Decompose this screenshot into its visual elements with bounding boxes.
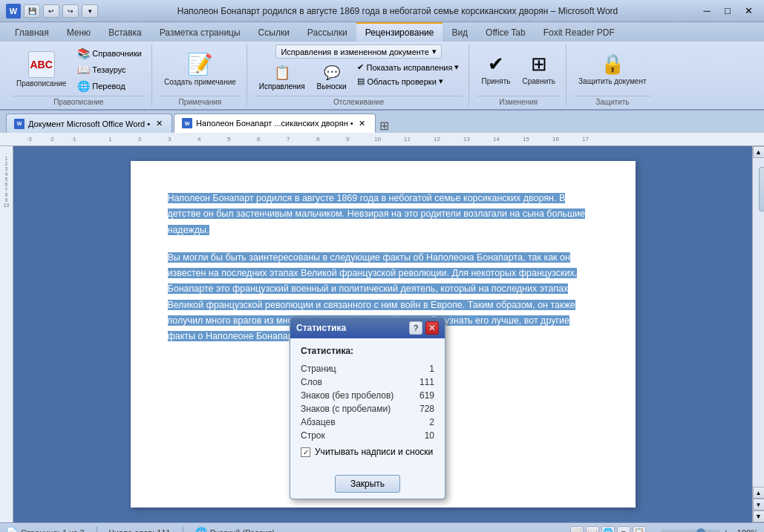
- doc-tab-0[interactable]: W Документ Microsoft Office Word • ✕: [6, 114, 172, 133]
- doc-tab-label-1: Наполеон Бонапарт ...сиканских дворян •: [196, 119, 353, 128]
- stat-row-strok: Строк 10: [301, 429, 434, 442]
- quick-redo-btn[interactable]: ↪: [62, 4, 79, 18]
- oblast-arrow: ▾: [439, 76, 443, 86]
- doc-tab-icon-1: W: [182, 118, 192, 128]
- ispravleniya-icon: 📋: [274, 65, 290, 81]
- btn-prinyat[interactable]: ✔ Принять: [477, 47, 515, 92]
- dialog-close-btn[interactable]: Закрыть: [335, 475, 400, 493]
- tab-foxit[interactable]: Foxit Reader PDF: [535, 22, 624, 42]
- ribbon-content: ABC Правописание 📚 Справочники 📖 Тезауру…: [0, 42, 764, 109]
- zoom-minus-btn[interactable]: −: [652, 527, 658, 533]
- stat-value-stranits: 1: [429, 364, 434, 374]
- tab-glavnaya[interactable]: Главная: [6, 22, 58, 42]
- doc-tab-1[interactable]: W Наполеон Бонапарт ...сиканских дворян …: [174, 114, 376, 133]
- dialog-content: Статистика: Страниц 1 Слов 111 Знаков (б…: [290, 338, 445, 469]
- status-bar: 📄 Страница: 1 из 3 Число слов: 111 🌐 Рус…: [0, 522, 764, 532]
- btn-pokazat-ispravleniya[interactable]: ✔ Показать исправления ▾: [353, 61, 463, 73]
- btn-vynoски-label: Выноски: [317, 82, 347, 91]
- stat-label-abzatsev: Абзацев: [301, 417, 336, 427]
- oblast-icon: ▤: [357, 76, 365, 86]
- prinyat-icon: ✔: [488, 53, 504, 76]
- ribbon-group-izmeneniya: ✔ Принять ⊞ Сравнить Изменения: [471, 45, 567, 106]
- app-icon: W: [6, 4, 21, 19]
- dialog-checkbox-label: Учитывать надписи и сноски: [315, 447, 433, 457]
- tab-rassylki[interactable]: Рассылки: [298, 22, 356, 42]
- tab-menu[interactable]: Меню: [58, 22, 99, 42]
- maximize-button[interactable]: □: [718, 4, 737, 19]
- quick-dropdown-btn[interactable]: ▾: [82, 4, 98, 18]
- window-title: Наполеон Бонапарт родился в августе 1869…: [98, 6, 697, 16]
- zoom-thumb[interactable]: [696, 528, 705, 533]
- dialog-checkbox-row[interactable]: Учитывать надписи и сноски: [301, 442, 434, 462]
- minimize-button[interactable]: ─: [697, 4, 716, 19]
- status-words: Число слов: 111: [109, 528, 171, 533]
- stat-value-znakov-s: 728: [419, 404, 434, 414]
- title-bar-left: W 💾 ↩ ↪ ▾: [6, 4, 98, 19]
- stat-label-strok: Строк: [301, 430, 325, 441]
- zoom-slider[interactable]: [661, 530, 720, 533]
- view-web-btn[interactable]: 🌐: [601, 526, 615, 533]
- dialog-checkbox[interactable]: [301, 447, 310, 457]
- tab-ssylki[interactable]: Ссылки: [249, 22, 298, 42]
- btn-pravopisanie-label: Правописание: [16, 79, 66, 88]
- zoom-plus-btn[interactable]: +: [723, 527, 729, 533]
- note-icon: 📝: [188, 53, 212, 76]
- scroll-thumb-vertical[interactable]: [759, 167, 765, 211]
- view-normal-btn[interactable]: ⬜: [570, 526, 584, 533]
- dropdown-ispr[interactable]: Исправления в измененном документе ▾: [275, 45, 441, 59]
- dialog-close-button[interactable]: ✕: [425, 321, 439, 335]
- zoom-level[interactable]: 100%: [732, 528, 758, 533]
- stat-value-znakov-bez: 619: [419, 390, 434, 401]
- main-content-area: · 1 2 3 4 5 6 7 8 9 10 Наполеон Бонапарт…: [0, 146, 764, 522]
- stat-row-stranits: Страниц 1: [301, 362, 434, 375]
- tezaurus-icon: 📖: [77, 64, 90, 76]
- btn-oblast[interactable]: ▤ Область проверки ▾: [353, 75, 463, 88]
- btn-zashchitit-label: Защитить документ: [578, 77, 646, 86]
- close-button[interactable]: ✕: [739, 4, 758, 19]
- quick-undo-btn[interactable]: ↩: [43, 4, 59, 18]
- btn-prinyat-label: Принять: [481, 77, 510, 86]
- tab-office-tab[interactable]: Office Tab: [477, 22, 535, 42]
- status-words-text: Число слов: 111: [109, 528, 171, 533]
- btn-perevod[interactable]: 🌐 Перевод: [74, 79, 146, 93]
- stat-row-abzatsev: Абзацев 2: [301, 416, 434, 429]
- stat-value-slov: 111: [419, 377, 434, 387]
- stat-label-znakov-bez: Знаков (без пробелов): [301, 390, 394, 401]
- btn-pravopisanie[interactable]: ABC Правописание: [12, 47, 71, 92]
- btn-ispravleniya[interactable]: 📋 Исправления: [255, 61, 310, 94]
- scroll-up-button[interactable]: ▲: [753, 146, 765, 158]
- btn-sozdat-primechanie[interactable]: 📝 Создать примечание: [160, 47, 241, 92]
- quick-save-btn[interactable]: 💾: [24, 4, 40, 18]
- spravochniki-label: Справочники: [92, 49, 142, 58]
- doc-tab-icon-0: W: [14, 119, 25, 129]
- view-draft-btn[interactable]: 📋: [633, 526, 646, 533]
- status-sep-2: [183, 527, 183, 533]
- status-lang: 🌐 Русский (Россия): [195, 527, 275, 532]
- scroll-down-button[interactable]: ▼: [753, 510, 765, 522]
- btn-tezaurus[interactable]: 📖 Тезаурус: [74, 62, 146, 77]
- view-reading-btn[interactable]: 📖: [586, 526, 599, 533]
- scroll-page-up-button[interactable]: ▲: [753, 487, 765, 499]
- btn-vynoски[interactable]: 💬 Выноски: [313, 61, 351, 94]
- doc-tab-close-1[interactable]: ✕: [357, 118, 368, 128]
- tab-vid[interactable]: Вид: [443, 22, 477, 42]
- dialog-footer: Закрыть: [290, 469, 445, 499]
- tab-vstavka[interactable]: Вставка: [99, 22, 151, 42]
- tab-recenzirovanie[interactable]: Рецензирование: [356, 22, 443, 42]
- tab-razmetka[interactable]: Разметка страницы: [151, 22, 249, 42]
- btn-sravnit[interactable]: ⊞ Сравнить: [518, 47, 561, 92]
- btn-spravochniki[interactable]: 📚 Справочники: [74, 46, 146, 61]
- btn-zashchitit[interactable]: 🔒 Защитить документ: [574, 47, 650, 92]
- status-page-icon: 📄: [6, 527, 18, 532]
- add-tab-button[interactable]: ⊞: [377, 118, 392, 133]
- dropdown-ispr-label: Исправления в измененном документе: [281, 47, 428, 56]
- dropdown-arrow-icon: ▾: [432, 47, 437, 56]
- stat-row-znakov-bez: Знаков (без пробелов) 619: [301, 389, 434, 402]
- scroll-page-down-button[interactable]: ▼: [753, 499, 765, 510]
- doc-tab-label-0: Документ Microsoft Office Word •: [28, 119, 150, 128]
- window-controls: ─ □ ✕: [697, 4, 758, 19]
- ribbon-group-primechaniya: 📝 Создать примечание Примечания: [154, 45, 247, 106]
- dialog-help-button[interactable]: ?: [409, 321, 422, 335]
- doc-tab-close-0[interactable]: ✕: [154, 119, 164, 129]
- view-outline-btn[interactable]: ≡: [617, 526, 630, 533]
